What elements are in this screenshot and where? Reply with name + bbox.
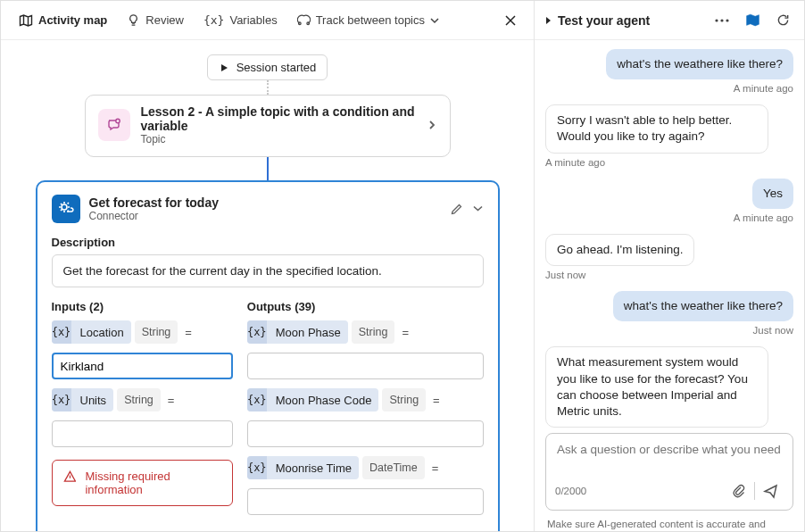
svg-point-5 [720, 19, 723, 21]
tab-variables[interactable]: {x} Variables [195, 8, 286, 32]
type-pill: String [117, 388, 161, 411]
message-timestamp: Just now [545, 325, 793, 336]
svg-point-2 [115, 119, 119, 122]
chat-message-user[interactable]: what's the weather like there? [613, 291, 793, 321]
send-icon [763, 484, 778, 499]
topic-card[interactable]: Lesson 2 - A simple topic with a conditi… [85, 95, 451, 157]
canvas[interactable]: Session started Lesson 2 - A simple topi… [1, 40, 534, 531]
warning-icon [63, 470, 77, 484]
type-pill: DateTime [362, 456, 425, 479]
attach-button[interactable] [726, 478, 752, 504]
moonrise-time-value[interactable] [247, 488, 484, 515]
type-pill: String [352, 320, 395, 344]
variable-icon: {x} [52, 388, 71, 411]
variable-badge[interactable]: {x} Location [52, 320, 131, 344]
test-agent-title: Test your agent [558, 13, 650, 28]
output-param-moon-phase: {x} Moon Phase String = [247, 320, 484, 344]
chat-composer: 0/2000 [545, 433, 793, 511]
lightbulb-icon [127, 13, 140, 27]
topic-icon [98, 109, 130, 141]
moon-phase-code-value[interactable] [247, 420, 484, 447]
input-param-units: {x} Units String = [52, 388, 233, 411]
message-timestamp: Just now [545, 270, 793, 280]
variable-badge[interactable]: {x} Moon Phase Code [247, 388, 379, 411]
validation-error: Missing required information [52, 460, 233, 506]
node-title: Get forecast for today [89, 195, 219, 210]
message-timestamp: A minute ago [545, 83, 793, 94]
toolbar: Activity map Review {x} Variables Track … [1, 1, 534, 40]
caret-right-icon [544, 16, 552, 25]
char-counter: 0/2000 [555, 486, 586, 496]
node-header: Get forecast for today Connector [52, 195, 484, 223]
map-icon [745, 12, 760, 28]
location-value-input[interactable] [52, 353, 233, 379]
message-timestamp: A minute ago [545, 212, 793, 223]
see-more-button[interactable]: See more (36) [247, 529, 484, 531]
chat-message-user[interactable]: Yes [752, 179, 793, 209]
expand-topic-button[interactable] [427, 120, 437, 130]
test-agent-pane: Test your agent what's the weathere like… [535, 1, 804, 531]
chevron-down-icon [472, 203, 484, 214]
tab-track-between-topics[interactable]: Track between topics [288, 8, 448, 32]
connector-line [267, 157, 269, 180]
node-subtitle: Connector [89, 210, 219, 222]
chat-message-bot[interactable]: Sorry I wasn't able to help better. Woul… [545, 104, 768, 153]
chat-message-user[interactable]: what's the weathere like there? [606, 49, 793, 79]
equals: = [429, 394, 444, 407]
variable-icon: {x} [247, 456, 267, 479]
chat-message-bot[interactable]: Go ahead. I'm listening. [545, 234, 694, 266]
divider [754, 482, 755, 500]
chevron-down-icon [430, 16, 439, 25]
input-param-location: {x} Location String = [52, 320, 233, 344]
edit-node-button[interactable] [450, 203, 463, 216]
svg-point-3 [62, 204, 67, 210]
type-pill: String [382, 388, 426, 411]
pencil-icon [450, 203, 463, 216]
chevron-right-icon [427, 120, 437, 130]
test-agent-header: Test your agent [535, 1, 804, 40]
tab-review[interactable]: Review [118, 8, 193, 32]
variable-icon: {x} [52, 320, 71, 344]
variable-icon: {x} [247, 388, 267, 411]
paperclip-icon [732, 484, 746, 498]
variable-badge[interactable]: {x} Moon Phase [247, 320, 348, 344]
svg-point-6 [726, 19, 728, 21]
chat-messages[interactable]: what's the weathere like there? A minute… [535, 40, 804, 428]
more-button[interactable] [710, 8, 734, 33]
topic-title: Lesson 2 - A simple topic with a conditi… [141, 104, 416, 133]
equals: = [181, 326, 195, 339]
equals: = [398, 326, 412, 339]
chat-message-bot[interactable]: What measurement system would you like t… [545, 346, 768, 428]
refresh-button[interactable] [770, 8, 795, 33]
units-value-input[interactable] [52, 420, 233, 447]
inputs-heading: Inputs (2) [52, 300, 233, 313]
close-icon [504, 14, 517, 27]
equals: = [164, 394, 178, 407]
output-param-moonrise-time: {x} Moonrise Time DateTime = [247, 456, 484, 479]
tab-activity-map[interactable]: Activity map [10, 8, 116, 33]
map-icon [19, 13, 33, 28]
close-button[interactable] [496, 6, 525, 35]
ai-disclaimer: Make sure AI-generated content is accura… [535, 514, 804, 531]
collapse-node-button[interactable] [472, 203, 484, 216]
more-icon [715, 19, 729, 22]
activity-map-pane: Activity map Review {x} Variables Track … [1, 1, 535, 531]
topic-subtitle: Topic [141, 133, 416, 145]
message-timestamp: A minute ago [545, 157, 793, 168]
chat-input[interactable] [555, 441, 784, 475]
connector-dotted [267, 80, 269, 95]
svg-point-4 [715, 19, 718, 21]
variable-badge[interactable]: {x} Units [52, 388, 114, 411]
activity-map-toggle-button[interactable] [740, 8, 765, 33]
send-button[interactable] [757, 478, 784, 504]
refresh-icon [776, 13, 790, 27]
chat-icon [106, 117, 122, 133]
variable-badge[interactable]: {x} Moonrise Time [247, 456, 359, 479]
play-icon [219, 62, 229, 73]
outputs-heading: Outputs (39) [247, 300, 484, 313]
connector-node[interactable]: Get forecast for today Connector Descrip… [36, 180, 500, 531]
moon-phase-value[interactable] [247, 353, 484, 379]
variable-icon: {x} [247, 320, 267, 344]
session-started-pill[interactable]: Session started [207, 54, 328, 80]
collapse-pane-button[interactable] [544, 16, 552, 25]
